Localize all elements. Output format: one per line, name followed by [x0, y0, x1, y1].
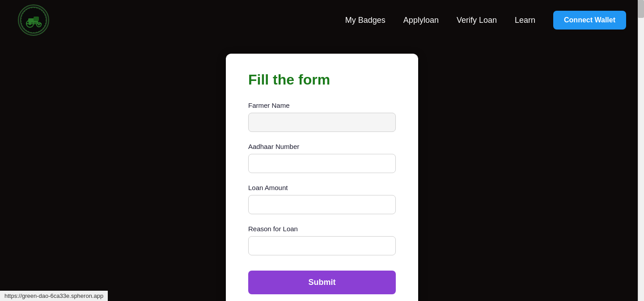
- loan-amount-input[interactable]: [248, 195, 396, 214]
- farmer-name-label: Farmer Name: [248, 102, 396, 109]
- nav-learn[interactable]: Learn: [515, 16, 535, 25]
- status-bar: https://green-dao-6ca33e.spheron.app: [0, 291, 108, 301]
- reason-for-loan-group: Reason for Loan: [248, 225, 396, 255]
- aadhaar-number-label: Aadhaar Number: [248, 143, 396, 150]
- nav-links: My Badges Applyloan Verify Loan Learn Co…: [345, 11, 626, 30]
- farmer-name-group: Farmer Name: [248, 102, 396, 132]
- form-title: Fill the form: [248, 72, 396, 88]
- svg-rect-6: [34, 17, 39, 21]
- aadhaar-number-input[interactable]: [248, 154, 396, 173]
- logo[interactable]: [18, 4, 49, 36]
- main-content: Fill the form Farmer Name Aadhaar Number…: [0, 40, 644, 301]
- connect-wallet-button[interactable]: Connect Wallet: [553, 11, 626, 30]
- nav-my-badges[interactable]: My Badges: [345, 16, 386, 25]
- submit-button[interactable]: Submit: [248, 271, 396, 294]
- nav-apply-loan[interactable]: Applyloan: [403, 16, 439, 25]
- navbar: My Badges Applyloan Verify Loan Learn Co…: [0, 0, 644, 40]
- reason-for-loan-input[interactable]: [248, 236, 396, 255]
- aadhaar-number-group: Aadhaar Number: [248, 143, 396, 173]
- nav-verify-loan[interactable]: Verify Loan: [457, 16, 497, 25]
- form-card: Fill the form Farmer Name Aadhaar Number…: [226, 54, 418, 301]
- reason-for-loan-label: Reason for Loan: [248, 225, 396, 233]
- loan-amount-label: Loan Amount: [248, 184, 396, 191]
- loan-amount-group: Loan Amount: [248, 184, 396, 214]
- scrollbar-thumb[interactable]: [638, 0, 644, 18]
- farmer-name-input[interactable]: [248, 113, 396, 132]
- scrollbar[interactable]: [638, 0, 644, 301]
